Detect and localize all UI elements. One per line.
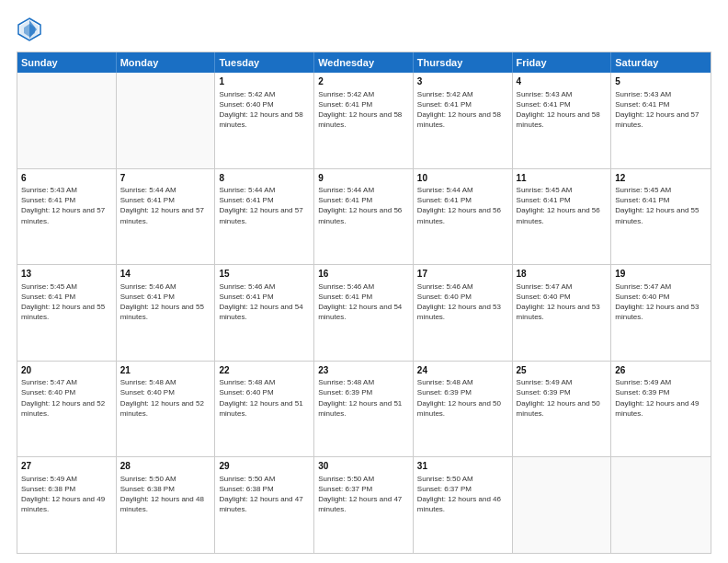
weekday-header: Friday <box>513 52 612 73</box>
cell-sun-info: Sunrise: 5:42 AM Sunset: 6:40 PM Dayligh… <box>219 89 310 131</box>
cell-day-number: 15 <box>219 268 310 281</box>
cell-sun-info: Sunrise: 5:50 AM Sunset: 6:38 PM Dayligh… <box>120 474 211 515</box>
calendar-cell: 21Sunrise: 5:48 AM Sunset: 6:40 PM Dayli… <box>117 362 216 457</box>
cell-day-number: 25 <box>517 364 608 377</box>
cell-sun-info: Sunrise: 5:49 AM Sunset: 6:39 PM Dayligh… <box>615 377 707 419</box>
cell-day-number: 31 <box>417 460 508 473</box>
cell-day-number: 18 <box>517 268 608 281</box>
cell-day-number: 12 <box>615 172 707 185</box>
cell-day-number: 7 <box>120 172 211 185</box>
cell-sun-info: Sunrise: 5:48 AM Sunset: 6:39 PM Dayligh… <box>318 377 409 419</box>
calendar-cell <box>513 457 612 553</box>
calendar-cell <box>17 73 117 168</box>
cell-day-number: 9 <box>318 172 409 185</box>
calendar-cell: 3Sunrise: 5:42 AM Sunset: 6:41 PM Daylig… <box>414 73 513 168</box>
cell-day-number: 3 <box>417 75 508 88</box>
calendar-week-row: 1Sunrise: 5:42 AM Sunset: 6:40 PM Daylig… <box>17 73 711 169</box>
cell-sun-info: Sunrise: 5:43 AM Sunset: 6:41 PM Dayligh… <box>21 185 112 226</box>
cell-day-number: 23 <box>318 364 409 377</box>
cell-sun-info: Sunrise: 5:48 AM Sunset: 6:40 PM Dayligh… <box>219 377 310 419</box>
cell-sun-info: Sunrise: 5:44 AM Sunset: 6:41 PM Dayligh… <box>219 185 310 226</box>
calendar-cell: 11Sunrise: 5:45 AM Sunset: 6:41 PM Dayli… <box>513 169 612 265</box>
calendar-cell: 23Sunrise: 5:48 AM Sunset: 6:39 PM Dayli… <box>314 362 414 457</box>
calendar-cell: 31Sunrise: 5:50 AM Sunset: 6:37 PM Dayli… <box>414 457 513 553</box>
calendar-cell: 27Sunrise: 5:49 AM Sunset: 6:38 PM Dayli… <box>17 457 117 553</box>
cell-day-number: 28 <box>120 460 211 473</box>
cell-sun-info: Sunrise: 5:42 AM Sunset: 6:41 PM Dayligh… <box>318 89 409 131</box>
calendar-cell: 8Sunrise: 5:44 AM Sunset: 6:41 PM Daylig… <box>215 169 314 265</box>
logo-icon <box>17 17 42 42</box>
calendar-cell: 20Sunrise: 5:47 AM Sunset: 6:40 PM Dayli… <box>17 362 117 457</box>
cell-sun-info: Sunrise: 5:48 AM Sunset: 6:40 PM Dayligh… <box>120 377 211 419</box>
cell-day-number: 30 <box>318 460 409 473</box>
cell-day-number: 6 <box>21 172 112 185</box>
cell-sun-info: Sunrise: 5:49 AM Sunset: 6:39 PM Dayligh… <box>517 377 608 419</box>
weekday-header: Monday <box>117 52 216 73</box>
calendar-cell: 4Sunrise: 5:43 AM Sunset: 6:41 PM Daylig… <box>513 73 612 168</box>
cell-day-number: 24 <box>417 364 508 377</box>
calendar-cell: 13Sunrise: 5:45 AM Sunset: 6:41 PM Dayli… <box>17 265 117 361</box>
calendar-cell: 19Sunrise: 5:47 AM Sunset: 6:40 PM Dayli… <box>611 265 711 361</box>
cell-day-number: 19 <box>615 268 707 281</box>
cell-sun-info: Sunrise: 5:48 AM Sunset: 6:39 PM Dayligh… <box>417 377 508 419</box>
cell-day-number: 21 <box>120 364 211 377</box>
calendar-cell: 1Sunrise: 5:42 AM Sunset: 6:40 PM Daylig… <box>215 73 314 168</box>
cell-sun-info: Sunrise: 5:45 AM Sunset: 6:41 PM Dayligh… <box>615 185 707 226</box>
cell-sun-info: Sunrise: 5:43 AM Sunset: 6:41 PM Dayligh… <box>615 89 707 131</box>
calendar-cell: 26Sunrise: 5:49 AM Sunset: 6:39 PM Dayli… <box>611 362 711 457</box>
calendar-cell <box>117 73 216 168</box>
calendar: SundayMondayTuesdayWednesdayThursdayFrid… <box>17 52 711 554</box>
cell-day-number: 8 <box>219 172 310 185</box>
calendar-cell: 24Sunrise: 5:48 AM Sunset: 6:39 PM Dayli… <box>414 362 513 457</box>
calendar-week-row: 27Sunrise: 5:49 AM Sunset: 6:38 PM Dayli… <box>17 457 711 553</box>
calendar-cell: 2Sunrise: 5:42 AM Sunset: 6:41 PM Daylig… <box>314 73 414 168</box>
cell-day-number: 10 <box>417 172 508 185</box>
cell-sun-info: Sunrise: 5:50 AM Sunset: 6:37 PM Dayligh… <box>318 474 409 515</box>
cell-sun-info: Sunrise: 5:45 AM Sunset: 6:41 PM Dayligh… <box>21 282 112 323</box>
cell-sun-info: Sunrise: 5:46 AM Sunset: 6:41 PM Dayligh… <box>120 282 211 323</box>
calendar-cell: 28Sunrise: 5:50 AM Sunset: 6:38 PM Dayli… <box>117 457 216 553</box>
weekday-header: Thursday <box>414 52 513 73</box>
cell-sun-info: Sunrise: 5:44 AM Sunset: 6:41 PM Dayligh… <box>417 185 508 226</box>
weekday-header: Sunday <box>17 52 117 73</box>
cell-sun-info: Sunrise: 5:47 AM Sunset: 6:40 PM Dayligh… <box>517 282 608 323</box>
calendar-cell: 14Sunrise: 5:46 AM Sunset: 6:41 PM Dayli… <box>117 265 216 361</box>
calendar-cell: 18Sunrise: 5:47 AM Sunset: 6:40 PM Dayli… <box>513 265 612 361</box>
calendar-cell: 30Sunrise: 5:50 AM Sunset: 6:37 PM Dayli… <box>314 457 414 553</box>
cell-day-number: 20 <box>21 364 112 377</box>
cell-sun-info: Sunrise: 5:50 AM Sunset: 6:37 PM Dayligh… <box>417 474 508 515</box>
cell-day-number: 5 <box>615 75 707 88</box>
calendar-header: SundayMondayTuesdayWednesdayThursdayFrid… <box>17 52 711 73</box>
calendar-week-row: 20Sunrise: 5:47 AM Sunset: 6:40 PM Dayli… <box>17 362 711 458</box>
cell-day-number: 14 <box>120 268 211 281</box>
page-header <box>17 17 711 42</box>
cell-sun-info: Sunrise: 5:44 AM Sunset: 6:41 PM Dayligh… <box>120 185 211 226</box>
calendar-cell: 25Sunrise: 5:49 AM Sunset: 6:39 PM Dayli… <box>513 362 612 457</box>
cell-day-number: 1 <box>219 75 310 88</box>
calendar-cell: 17Sunrise: 5:46 AM Sunset: 6:40 PM Dayli… <box>414 265 513 361</box>
cell-day-number: 16 <box>318 268 409 281</box>
cell-sun-info: Sunrise: 5:43 AM Sunset: 6:41 PM Dayligh… <box>517 89 608 131</box>
calendar-cell: 10Sunrise: 5:44 AM Sunset: 6:41 PM Dayli… <box>414 169 513 265</box>
cell-sun-info: Sunrise: 5:47 AM Sunset: 6:40 PM Dayligh… <box>615 282 707 323</box>
calendar-cell: 12Sunrise: 5:45 AM Sunset: 6:41 PM Dayli… <box>611 169 711 265</box>
calendar-week-row: 6Sunrise: 5:43 AM Sunset: 6:41 PM Daylig… <box>17 169 711 266</box>
cell-day-number: 11 <box>517 172 608 185</box>
cell-day-number: 29 <box>219 460 310 473</box>
cell-sun-info: Sunrise: 5:50 AM Sunset: 6:38 PM Dayligh… <box>219 474 310 515</box>
calendar-cell: 6Sunrise: 5:43 AM Sunset: 6:41 PM Daylig… <box>17 169 117 265</box>
cell-sun-info: Sunrise: 5:46 AM Sunset: 6:40 PM Dayligh… <box>417 282 508 323</box>
cell-day-number: 27 <box>21 460 112 473</box>
cell-sun-info: Sunrise: 5:44 AM Sunset: 6:41 PM Dayligh… <box>318 185 409 226</box>
calendar-cell <box>611 457 711 553</box>
cell-sun-info: Sunrise: 5:47 AM Sunset: 6:40 PM Dayligh… <box>21 377 112 419</box>
calendar-cell: 9Sunrise: 5:44 AM Sunset: 6:41 PM Daylig… <box>314 169 414 265</box>
cell-day-number: 17 <box>417 268 508 281</box>
cell-day-number: 22 <box>219 364 310 377</box>
logo <box>17 17 46 42</box>
calendar-cell: 22Sunrise: 5:48 AM Sunset: 6:40 PM Dayli… <box>215 362 314 457</box>
cell-sun-info: Sunrise: 5:45 AM Sunset: 6:41 PM Dayligh… <box>517 185 608 226</box>
calendar-cell: 16Sunrise: 5:46 AM Sunset: 6:41 PM Dayli… <box>314 265 414 361</box>
cell-sun-info: Sunrise: 5:42 AM Sunset: 6:41 PM Dayligh… <box>417 89 508 131</box>
cell-day-number: 2 <box>318 75 409 88</box>
